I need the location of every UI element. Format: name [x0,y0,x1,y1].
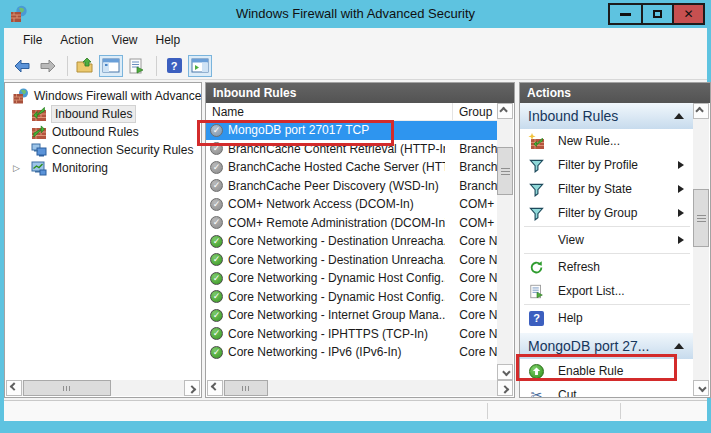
rules-list: ✓ MongoDB port 27017 TCP ✓ BranchCache C… [206,121,498,362]
export-list-button[interactable] [125,55,149,77]
action-export-list[interactable]: Export List... [520,279,694,303]
rule-row[interactable]: ✓ Core Networking - Dynamic Host Config.… [206,269,498,288]
show-action-pane-button[interactable] [188,55,212,77]
action-enable-rule[interactable]: Enable Rule [520,359,694,383]
rule-row[interactable]: ✓ Core Networking - IPHTTPS (TCP-In) Cor… [206,325,498,344]
menu-view[interactable]: View [103,30,147,50]
scroll-right-button[interactable] [497,380,513,396]
rule-name: COM+ Network Access (DCOM-In) [228,197,445,211]
scroll-thumb[interactable] [23,380,111,396]
tree-horizontal-scrollbar[interactable] [6,380,200,396]
action-label: Filter by Group [558,206,678,220]
toolbar: ? [4,52,707,80]
forward-button[interactable] [36,55,60,77]
scroll-up-button[interactable] [693,103,709,119]
rule-row-mongodb[interactable]: ✓ MongoDB port 27017 TCP [206,121,498,140]
collapse-icon[interactable] [674,343,684,349]
rule-group: BranchCache [459,160,498,174]
action-new-rule[interactable]: New Rule... [520,129,694,153]
rule-name: BranchCache Peer Discovery (WSD-In) [228,179,445,193]
action-filter-by-profile[interactable]: Filter by Profile [520,153,694,177]
filter-icon [528,205,545,222]
rule-name: COM+ Remote Administration (DCOM-In) [228,216,445,230]
rule-row[interactable]: ✓ Core Networking - Multicast Listener D… [206,362,498,363]
collapse-icon[interactable] [674,113,684,119]
window-title: Windows Firewall with Advanced Security [0,6,711,21]
help-button[interactable]: ? [162,55,186,77]
up-folder-button[interactable] [73,55,97,77]
rule-row[interactable]: ✓ Core Networking - Internet Group Mana.… [206,306,498,325]
maximize-icon [653,10,662,18]
tree-item-label: Monitoring [52,161,108,175]
rule-row[interactable]: ✓ Core Networking - IPv6 (IPv6-In) Core … [206,343,498,362]
rule-row[interactable]: ✓ COM+ Remote Administration (DCOM-In) C… [206,214,498,233]
menu-action[interactable]: Action [51,30,102,50]
rule-row[interactable]: ✓ BranchCache Peer Discovery (WSD-In) Br… [206,177,498,196]
expand-chevron-icon[interactable]: ▷ [13,163,25,173]
tree-item-outbound-rules[interactable]: Outbound Rules [5,123,201,141]
actions-section-inbound-rules[interactable]: Inbound Rules [520,103,694,129]
window-controls: ✕ [608,3,705,25]
rule-row[interactable]: ✓ BranchCache Content Retrieval (HTTP-In… [206,140,498,159]
action-help[interactable]: ? Help [520,306,694,330]
rule-enabled-icon: ✓ [210,290,223,303]
tree-item-monitoring[interactable]: ▷ Monitoring [5,159,201,177]
console-tree: Windows Firewall with Advanced Security … [5,83,201,177]
window-frame: File Action View Help [4,28,707,421]
action-filter-by-group[interactable]: Filter by Group [520,201,694,225]
menu-help[interactable]: Help [147,30,190,50]
rules-horizontal-scrollbar[interactable] [207,380,513,396]
scroll-left-button[interactable] [207,380,223,396]
actions-vertical-scrollbar[interactable] [693,103,709,396]
rule-group: Core Networking [459,345,498,359]
rule-row[interactable]: ✓ COM+ Network Access (DCOM-In) COM+ [206,195,498,214]
action-cut[interactable]: ✂ Cut [520,383,694,397]
rule-row[interactable]: ✓ Core Networking - Destination Unreacha… [206,232,498,251]
close-button[interactable]: ✕ [672,5,703,23]
tree-item-inbound-rules[interactable]: Inbound Rules [5,105,201,123]
folder-icon [76,58,94,74]
scroll-right-button[interactable] [184,380,200,396]
rules-vertical-scrollbar[interactable] [497,103,513,380]
scroll-left-button[interactable] [6,380,22,396]
rule-disabled-icon: ✓ [210,179,223,192]
column-header-name[interactable]: Name [206,103,453,120]
column-header-group[interactable]: Group [453,103,498,120]
help-icon: ? [528,310,545,327]
submenu-arrow-icon [678,161,684,169]
chevron-right-icon [501,385,509,393]
menu-file[interactable]: File [14,30,51,50]
scroll-up-button[interactable] [497,103,513,119]
maximize-button[interactable] [641,5,672,23]
rule-row[interactable]: ✓ Core Networking - Destination Unreacha… [206,251,498,270]
action-filter-by-state[interactable]: Filter by State [520,177,694,201]
scroll-down-button[interactable] [693,380,709,396]
rule-row[interactable]: ✓ BranchCache Hosted Cache Server (HTT..… [206,158,498,177]
rule-name: MongoDB port 27017 TCP [228,123,445,137]
scroll-thumb[interactable] [693,189,709,247]
titlebar[interactable]: Windows Firewall with Advanced Security … [0,0,711,28]
tree-item-label: Inbound Rules [52,106,135,122]
rule-enabled-icon: ✓ [210,253,223,266]
firewall-root-icon [13,88,29,104]
section-title: MongoDB port 27... [528,338,674,354]
rule-disabled-icon: ✓ [210,142,223,155]
scroll-thumb[interactable] [224,380,268,396]
tree-item-connection-security-rules[interactable]: Connection Security Rules [5,141,201,159]
rule-row[interactable]: ✓ Core Networking - Dynamic Host Config.… [206,288,498,307]
monitoring-icon [31,160,47,176]
status-bar [4,400,707,421]
minimize-button[interactable] [610,5,641,23]
action-refresh[interactable]: Refresh [520,255,694,279]
actions-section-mongodb-rule[interactable]: MongoDB port 27... [520,333,694,359]
tree-item-label: Windows Firewall with Advanced Security [34,89,201,103]
rule-name: Core Networking - Destination Unreacha..… [228,253,445,267]
tree-item-root[interactable]: Windows Firewall with Advanced Security [5,87,201,105]
thumb-grip [697,215,706,222]
rule-group: COM+ [459,216,498,230]
back-button[interactable] [10,55,34,77]
scroll-thumb[interactable] [497,147,513,195]
action-view[interactable]: View [520,228,694,252]
show-console-tree-button[interactable] [99,55,123,77]
scroll-down-button[interactable] [497,364,513,380]
